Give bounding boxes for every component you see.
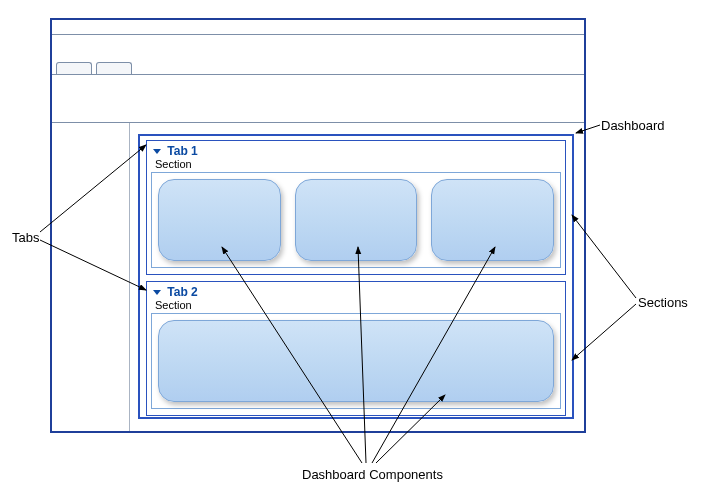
section-2 — [151, 313, 561, 409]
dashboard-component[interactable] — [158, 179, 281, 261]
dashboard-component[interactable] — [431, 179, 554, 261]
dashboard-component[interactable] — [158, 320, 554, 402]
tab-title-label: Tab 1 — [167, 144, 197, 158]
toolbar-divider-bottom — [52, 122, 584, 123]
tab-title-label: Tab 2 — [167, 285, 197, 299]
callout-sections: Sections — [638, 295, 688, 310]
section-1 — [151, 172, 561, 268]
dashboard: Tab 1 Section Tab 2 Section — [138, 134, 574, 419]
section-label: Section — [151, 299, 561, 313]
window-tab-1[interactable] — [56, 62, 92, 74]
window-tab-2[interactable] — [96, 62, 132, 74]
tab-header-1[interactable]: Tab 1 — [151, 143, 561, 158]
chevron-down-icon — [153, 149, 161, 154]
tab-panel-2: Tab 2 Section — [146, 281, 566, 416]
left-pane — [52, 123, 130, 431]
callout-dashboard: Dashboard — [601, 118, 665, 133]
section-label: Section — [151, 158, 561, 172]
app-window: Tab 1 Section Tab 2 Section — [50, 18, 586, 433]
tab-header-2[interactable]: Tab 2 — [151, 284, 561, 299]
toolbar-divider-top — [52, 74, 584, 75]
callout-tabs: Tabs — [12, 230, 39, 245]
callout-components: Dashboard Components — [302, 467, 443, 482]
titlebar-divider — [52, 34, 584, 35]
chevron-down-icon — [153, 290, 161, 295]
tab-panel-1: Tab 1 Section — [146, 140, 566, 275]
dashboard-component[interactable] — [295, 179, 418, 261]
